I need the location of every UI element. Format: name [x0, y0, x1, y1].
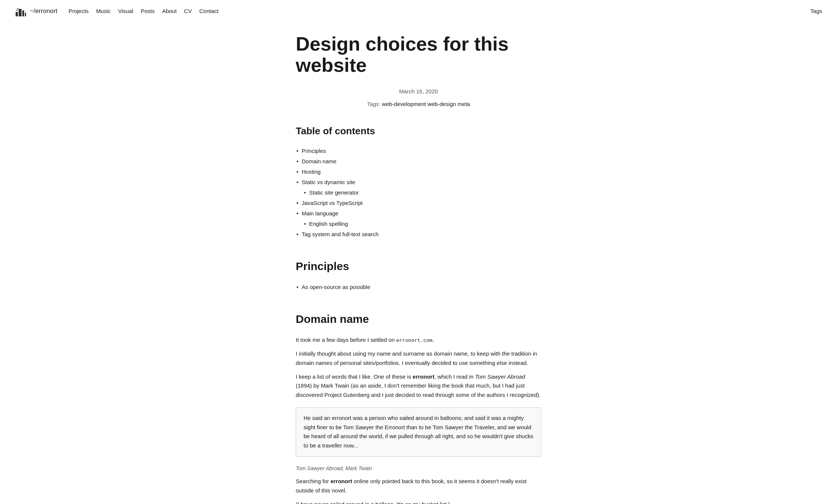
toc-item-tag-search[interactable]: Tag system and full-text search — [296, 230, 541, 239]
toc-item-main-language[interactable]: Main language — [296, 209, 541, 218]
nav-projects[interactable]: Projects — [68, 8, 89, 14]
svg-rect-4 — [16, 10, 17, 11]
toc-item-static-dynamic[interactable]: Static vs dynamic site — [296, 178, 541, 187]
nav-music[interactable]: Music — [96, 8, 110, 14]
blockquote-attribution: Tom Sawyer Abroad, Mark Twain — [296, 464, 541, 472]
logo-text: ~/erronort — [30, 6, 57, 16]
toc-item-principles[interactable]: Principles — [296, 147, 541, 155]
svg-rect-3 — [25, 13, 26, 16]
svg-rect-1 — [19, 9, 22, 16]
page-title: Design choices for this website — [296, 33, 541, 76]
domain-name-heading: Domain name — [296, 310, 541, 328]
tag-web-design[interactable]: web-design — [427, 101, 456, 107]
erronort-bold-1: erronort — [413, 373, 434, 380]
site-logo[interactable]: ~/erronort — [15, 5, 57, 17]
nav-about[interactable]: About — [162, 8, 177, 14]
blockquote: He said an erronort was a person who sai… — [296, 407, 541, 457]
tag-web-development[interactable]: web-development — [382, 101, 426, 107]
domain-name-section: Domain name It took me a few days before… — [296, 310, 541, 504]
principles-list: As open-source as possible — [296, 283, 541, 292]
nav-cv[interactable]: CV — [184, 8, 192, 14]
nav-posts[interactable]: Posts — [141, 8, 155, 14]
post-date: March 16, 2020 — [296, 87, 541, 96]
domain-para-2: I initially thought about using my name … — [296, 349, 541, 368]
post-tags: Tags: web-development web-design meta — [296, 100, 541, 109]
navigation: ~/erronort Projects Music Visual Posts A… — [0, 0, 837, 22]
toc-list: Principles Domain name Hosting Static vs… — [296, 147, 541, 239]
toc-item-js-ts[interactable]: JavaScript vs TypeScript — [296, 199, 541, 208]
tags-label: Tags: — [367, 101, 381, 107]
principle-item-1: As open-source as possible — [296, 283, 541, 292]
nav-links: Projects Music Visual Posts About CV Con… — [68, 6, 218, 16]
toc-item-english-spelling[interactable]: English spelling — [296, 219, 541, 228]
nav-contact[interactable]: Contact — [199, 8, 219, 14]
domain-code: erronort.com — [396, 338, 432, 343]
toc-item-hosting[interactable]: Hosting — [296, 167, 541, 176]
nav-visual[interactable]: Visual — [118, 8, 134, 14]
domain-para-3: I keep a list of words that I like. One … — [296, 372, 541, 400]
domain-para-1: It took me a few days before I settled o… — [296, 336, 541, 345]
main-content: Design choices for this website March 16… — [288, 22, 549, 504]
principles-heading: Principles — [296, 257, 541, 275]
tags-link[interactable]: Tags — [810, 7, 822, 16]
book-title: Tom Sawyer Abroad — [475, 373, 525, 380]
tag-meta[interactable]: meta — [458, 101, 470, 107]
erronort-bold-2: erronort — [330, 478, 352, 484]
svg-rect-5 — [17, 8, 18, 10]
table-of-contents: Table of contents Principles Domain name… — [296, 123, 541, 239]
svg-rect-2 — [22, 10, 24, 16]
logo-icon — [15, 5, 27, 17]
domain-para-5: (I have never sailed around in a balloon… — [296, 500, 541, 504]
domain-para-4: Searching for erronort online only point… — [296, 477, 541, 495]
svg-rect-0 — [16, 12, 18, 16]
toc-item-static-generator[interactable]: Static site generator — [296, 188, 541, 197]
toc-item-domain-name[interactable]: Domain name — [296, 157, 541, 166]
principles-section: Principles As open-source as possible — [296, 257, 541, 292]
toc-heading: Table of contents — [296, 123, 541, 139]
